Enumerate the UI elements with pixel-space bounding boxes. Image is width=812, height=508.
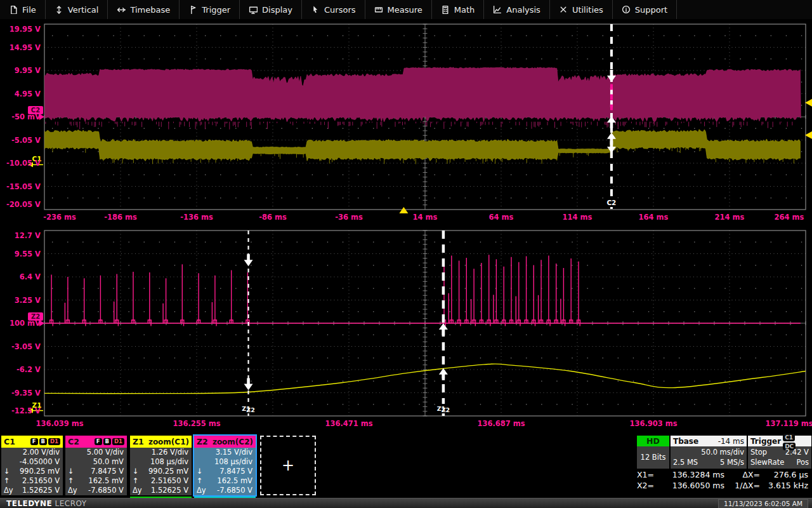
cursor-readout: X1= 136.3284 ms ΔX= 276.6 µs X2= 136.605… [637,469,811,491]
tbase-rate: 5 MS/s [720,457,744,467]
menu-label: Support [635,5,667,15]
main-y-tick: -5.05 V [0,136,41,145]
x1-value: 136.3284 ms [662,469,724,480]
channel-descriptor-c2[interactable]: C2FBD15.00 V/div50.0 mV↓7.8475 V↑162.5 m… [65,436,127,495]
trigger-mode: Stop [750,447,767,457]
hd-title: HD [637,436,669,446]
main-x-tick: 114 ms [549,213,606,222]
trigger-slope: Pos [796,457,809,467]
menu-cursors[interactable]: Cursors [302,0,365,19]
menu-display[interactable]: Display [240,0,302,19]
zoom-y-tick: -12.5 V [0,406,41,415]
menu-label: Cursors [324,5,356,15]
waveform-display[interactable]: C2Z1Z2Z1Z2C2C1Z2Z1 [0,19,812,434]
main-x-tick: -36 ms [320,213,377,222]
edge-marker [805,131,812,139]
edge-marker [805,99,812,107]
descriptor-id: C2 [68,437,79,446]
main-y-tick: -15.05 V [0,182,41,191]
zoom-y-tick: 9.55 V [0,250,41,258]
menu-vertical[interactable]: Vertical [46,0,108,19]
zoom-x-tick: 136.255 ms [168,419,225,428]
trigger-type: SlewRate [750,457,784,467]
timebase-summary-box[interactable]: Tbase -14 ms 50.0 ms/div 2.5 MS 5 MS/s [671,436,747,469]
menu-utilities[interactable]: Utilities [550,0,613,19]
measure-ruler-icon [374,5,383,14]
info-icon [622,5,631,14]
trigger-source-badge: C1 [783,434,795,441]
cursor-pointer-icon [311,5,320,14]
zoom-y-tick: 12.7 V [0,231,41,240]
analysis-chart-icon [493,5,502,14]
tbase-samples: 2.5 MS [673,457,698,467]
main-y-tick: 14.95 V [0,43,41,52]
zoom-descriptor-z2[interactable]: Z2zoom(C2)3.15 V/div108 µs/div↓7.8475 V↑… [194,436,256,495]
badge-f: F [95,438,102,445]
main-x-tick: 214 ms [701,213,758,222]
main-x-tick: 64 ms [473,213,530,222]
trigger-level: 2.42 V [785,447,809,457]
channel-descriptor-c1[interactable]: C1FBD12.00 V/div-4.05000 V↓990.25 mV↑2.5… [1,436,63,495]
dx-value: 276.6 µs [760,469,808,480]
menu-timebase[interactable]: Timebase [108,0,180,19]
descriptor-id: Z2 [197,437,208,446]
add-trace-button[interactable]: + [260,436,316,495]
main-y-tick: -50 mV [0,112,41,121]
badge-f: F [30,438,38,445]
descriptor-values: 1.26 V/div108 µs/div↓990.25 mV↑2.51650 V… [130,448,192,495]
menu-label: File [22,5,36,15]
badge-d1: D1 [112,438,124,445]
scope-display[interactable]: C2Z1Z2Z1Z2C2C1Z2Z1 19.95 V14.95 V9.95 V4… [0,19,812,434]
x2-value: 136.6050 ms [662,480,724,491]
main-y-tick: 4.95 V [0,90,41,98]
menu-support[interactable]: Support [613,0,677,19]
taskbar: TELEDYNE LECROY 11/13/2023 6:02:05 AM [0,498,812,508]
descriptor-values: 2.00 V/div-4.05000 V↓990.25 mV↑2.51650 V… [1,448,63,495]
menu-math[interactable]: Math [432,0,485,19]
invdx-value: 3.615 kHz [760,480,808,491]
menu-label: Trigger [202,5,230,15]
zoom-descriptor-z1[interactable]: Z1zoom(C1)1.26 V/div108 µs/div↓990.25 mV… [130,436,192,495]
zoom-y-tick: 6.4 V [0,272,41,281]
main-x-tick: 164 ms [625,213,682,222]
zoom-x-tick: 136.687 ms [473,419,530,428]
main-x-tick: 14 ms [396,213,454,222]
zoom-source-label: zoom(C1) [148,438,189,446]
hd-resolution-box[interactable]: HD 12 Bits [637,436,669,469]
menu-trigger[interactable]: Trigger [180,0,240,19]
trigger-summary-box[interactable]: Trigger C1 DC Stop 2.42 V SlewRate Pos [748,436,811,469]
menu-measure[interactable]: Measure [365,0,432,19]
tbase-scale: 50.0 ms/div [701,447,744,457]
badge-b: B [103,438,111,445]
zoom-y-tick: -6.2 V [0,365,41,374]
main-x-tick: -236 ms [31,213,88,222]
trigger-flag-icon [188,5,197,14]
menu-label: Timebase [130,5,170,15]
zoom-y-tick: 3.25 V [0,296,41,305]
file-icon [9,5,18,14]
cursor-label: C2 [606,199,616,206]
tbase-delay: -14 ms [718,437,744,446]
descriptor-strip: C1FBD12.00 V/div-4.05000 V↓990.25 mV↑2.5… [0,434,812,498]
zoom-y-tick: -3.05 V [0,342,41,351]
zoom-source-label: zoom(C2) [213,438,253,446]
clock: 11/13/2023 6:02:05 AM [718,499,808,508]
menu-label: Utilities [572,5,603,15]
svg-text:Z2: Z2 [442,406,450,413]
main-y-tick: 9.95 V [0,66,41,75]
menu-label: Measure [388,5,422,15]
calculator-icon [441,5,450,14]
menu-file[interactable]: File [0,0,46,19]
menubar: File Vertical Timebase Trigger Display C… [0,0,812,20]
descriptor-values: 5.00 V/div50.0 mV↓7.8475 V↑162.5 mVΔy-7.… [65,448,127,495]
main-y-tick: -20.05 V [0,200,41,209]
menu-analysis[interactable]: Analysis [484,0,550,19]
main-grid-traces [44,67,801,164]
hd-bits: 12 Bits [637,446,669,468]
tbase-title: Tbase [673,437,698,446]
main-x-tick: -86 ms [244,213,301,222]
main-x-tick: -136 ms [168,213,225,222]
descriptor-id: C1 [4,437,15,446]
zoom-y-tick: 100 mV [0,319,41,328]
badge-d1: D1 [48,438,60,445]
